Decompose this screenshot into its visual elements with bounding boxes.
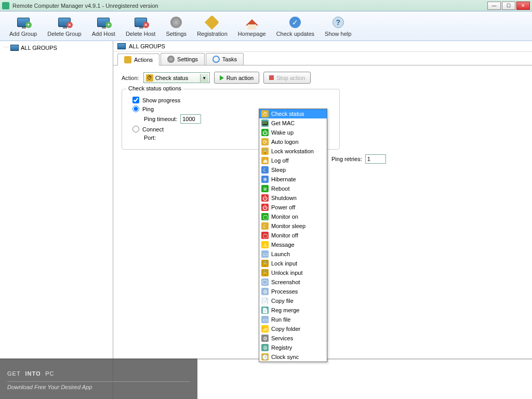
add-group-button[interactable]: + Add Group xyxy=(4,12,42,39)
run-action-button[interactable]: Run action xyxy=(214,72,260,84)
dropdown-item[interactable]: ⟳Auto logon xyxy=(259,137,327,147)
action-label: Action: xyxy=(122,75,139,81)
gear-icon xyxy=(170,17,182,28)
action-icon: ❄ xyxy=(261,176,269,183)
dropdown-item[interactable]: ⚠Message xyxy=(259,240,327,249)
dropdown-item[interactable]: ▢Monitor off xyxy=(259,231,327,240)
tab-actions[interactable]: Actions xyxy=(117,54,159,65)
main-toolbar: + Add Group × Delete Group + Add Host × … xyxy=(0,11,532,41)
dropdown-item[interactable]: ⏏Log off xyxy=(259,156,327,165)
tab-tasks[interactable]: Tasks xyxy=(206,53,244,65)
dropdown-item-label: Copy file xyxy=(271,298,294,304)
action-icon: ▢ xyxy=(261,232,269,239)
dropdown-item-label: Log off xyxy=(271,157,288,164)
dropdown-item[interactable]: ※Reboot xyxy=(259,184,327,193)
homepage-button[interactable]: Homepage xyxy=(233,12,271,39)
show-help-button[interactable]: ? Show help xyxy=(320,12,356,39)
ping-retries-input[interactable] xyxy=(365,154,386,164)
toolbar-label: Delete Group xyxy=(47,31,81,37)
minimize-button[interactable]: — xyxy=(487,2,501,10)
button-label: Stop action xyxy=(276,75,305,81)
action-icon: ⚙ xyxy=(261,288,269,295)
dropdown-item-label: Shutdown xyxy=(271,195,297,201)
connect-radio[interactable] xyxy=(132,126,139,132)
dropdown-item[interactable]: 📟Get MAC xyxy=(259,118,327,128)
dropdown-item[interactable]: ☾Monitor sleep xyxy=(259,221,327,231)
action-icon: ▢ xyxy=(261,213,269,220)
main-header: ALL GROUPS xyxy=(113,41,532,52)
dropdown-item[interactable]: 📄Copy file xyxy=(259,296,327,305)
delete-host-button[interactable]: × Delete Host xyxy=(121,12,161,39)
action-icon: ▭ xyxy=(261,250,269,258)
dropdown-item[interactable]: ⏻Wake up xyxy=(259,128,327,137)
toolbar-label: Check updates xyxy=(276,31,314,37)
dropdown-item-label: Processes xyxy=(271,288,298,295)
dropdown-item-label: Reg merge xyxy=(271,307,299,313)
action-combo[interactable]: ⏱ Check status ▼ xyxy=(143,72,210,83)
dropdown-item-label: Power off xyxy=(271,204,295,210)
dropdown-item[interactable]: ▭Run file xyxy=(259,315,327,324)
dropdown-item[interactable]: ⏱Check status xyxy=(259,109,327,118)
clock-icon xyxy=(212,56,220,63)
show-progress-checkbox[interactable] xyxy=(132,97,139,103)
dropdown-item-label: Auto logon xyxy=(271,139,299,145)
dropdown-item[interactable]: ▢Monitor on xyxy=(259,212,327,221)
action-icon: ☾ xyxy=(261,222,269,230)
dropdown-item[interactable]: 📄Reg merge xyxy=(259,305,327,315)
app-icon xyxy=(2,2,9,9)
dropdown-item[interactable]: 📁Copy folder xyxy=(259,324,327,334)
toolbar-label: Add Group xyxy=(9,31,37,37)
tree-root[interactable]: ⋯ ALL GROUPS xyxy=(2,43,111,52)
home-icon xyxy=(246,19,258,25)
dropdown-item[interactable]: ⏻Power off xyxy=(259,203,327,212)
dropdown-item-label: Lock workstation xyxy=(271,148,314,154)
dropdown-item[interactable]: ⚙Registry xyxy=(259,343,327,352)
maximize-button[interactable]: ☐ xyxy=(502,2,515,10)
dropdown-item-label: Lock input xyxy=(271,260,297,267)
dropdown-item[interactable]: ☾Sleep xyxy=(259,165,327,175)
action-dropdown[interactable]: ⏱Check status📟Get MAC⏻Wake up⟳Auto logon… xyxy=(259,109,327,362)
action-icon: 📄 xyxy=(261,297,269,304)
dropdown-item[interactable]: ⏻Shutdown xyxy=(259,193,327,203)
toolbar-label: Show help xyxy=(325,31,351,37)
delete-group-button[interactable]: × Delete Group xyxy=(42,12,86,39)
action-icon: ⏱ xyxy=(261,110,269,117)
dropdown-item[interactable]: ❄Hibernate xyxy=(259,175,327,184)
monitor-icon xyxy=(10,45,19,51)
chevron-down-icon: ▼ xyxy=(200,74,208,82)
close-button[interactable]: ✕ xyxy=(516,2,530,10)
combo-value: Check status xyxy=(155,75,189,81)
settings-button[interactable]: Settings xyxy=(161,12,192,39)
dropdown-item[interactable]: 🕒Clock sync xyxy=(259,352,327,362)
window-title: Remote Computer Manager v4.9.1 - Unregis… xyxy=(12,3,487,9)
dropdown-item-label: Copy folder xyxy=(271,326,300,332)
dropdown-item[interactable]: 🔒Lock workstation xyxy=(259,147,327,156)
stop-action-button[interactable]: Stop action xyxy=(263,72,311,84)
action-icon: 📄 xyxy=(261,307,269,314)
monitor-icon: + xyxy=(97,18,110,27)
dropdown-item[interactable]: ⚙Services xyxy=(259,334,327,343)
ping-timeout-input[interactable] xyxy=(180,114,201,124)
dropdown-item[interactable]: 🔓Unlock input xyxy=(259,268,327,277)
dropdown-item-label: Registry xyxy=(271,344,292,351)
action-icon: 📟 xyxy=(261,119,269,127)
dropdown-item-label: Hibernate xyxy=(271,176,296,182)
tab-settings[interactable]: Settings xyxy=(161,53,205,65)
groups-tree[interactable]: ⋯ ALL GROUPS xyxy=(0,41,113,399)
dropdown-item[interactable]: 🔒Lock input xyxy=(259,259,327,268)
action-icon: ⏏ xyxy=(261,157,269,164)
dropdown-item[interactable]: ▭Launch xyxy=(259,249,327,259)
registration-button[interactable]: Registration xyxy=(192,12,233,39)
play-icon xyxy=(220,75,224,81)
action-icon: 🔒 xyxy=(261,148,269,155)
watermark-sub: Download Free Your Desired App xyxy=(7,381,190,390)
monitor-icon: × xyxy=(58,18,71,27)
dropdown-item[interactable]: 🖵Screenshot xyxy=(259,277,327,287)
dropdown-item-label: Services xyxy=(271,335,293,341)
ping-radio[interactable] xyxy=(132,105,139,112)
action-icon: 🔒 xyxy=(261,260,269,267)
check-updates-button[interactable]: ✓ Check updates xyxy=(271,12,320,39)
button-label: Run action xyxy=(227,75,254,81)
dropdown-item[interactable]: ⚙Processes xyxy=(259,287,327,296)
add-host-button[interactable]: + Add Host xyxy=(87,12,121,39)
